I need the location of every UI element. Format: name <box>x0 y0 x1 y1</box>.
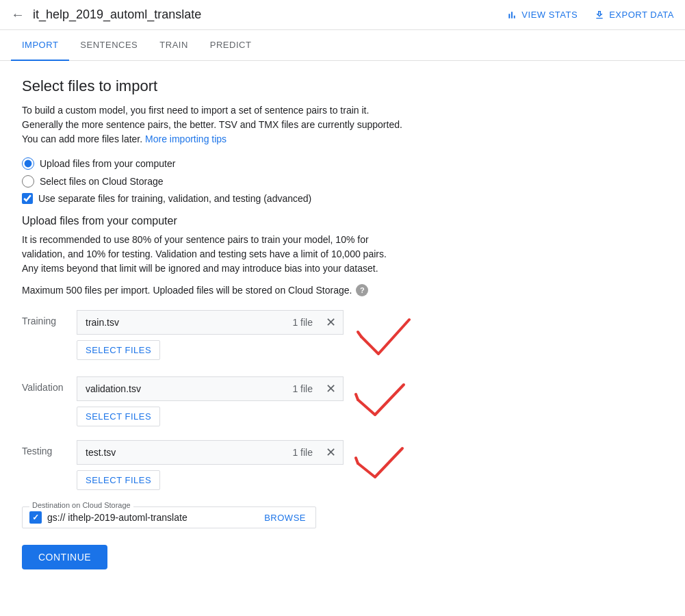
main-content: Select files to import To build a custom… <box>0 61 479 586</box>
testing-filename: test.tsv <box>77 447 287 458</box>
training-filename: train.tsv <box>77 317 287 328</box>
tabs-bar: IMPORT SENTENCES TRAIN PREDICT <box>0 30 685 61</box>
validation-checkmark-annotation <box>354 379 409 420</box>
separate-files-checkbox[interactable] <box>22 193 33 204</box>
cloud-check-icon <box>29 511 42 524</box>
svg-line-0 <box>358 332 361 337</box>
separate-files-option[interactable]: Use separate files for training, validat… <box>22 193 457 204</box>
validation-clear-button[interactable]: ✕ <box>318 376 343 401</box>
testing-checkmark-annotation <box>354 443 409 484</box>
validation-file-input: validation.tsv 1 file ✕ <box>77 376 344 401</box>
page-title: Select files to import <box>22 77 457 95</box>
more-importing-tips-link[interactable]: More importing tips <box>145 133 227 144</box>
cloud-dest-inner: gs:// ithelp-2019-automl-translate BROWS… <box>23 507 315 528</box>
training-checkmark-annotation <box>354 313 416 361</box>
training-select-files-button[interactable]: SELECT FILES <box>77 340 160 360</box>
top-bar: ← it_help_2019_automl_translate VIEW STA… <box>0 0 685 30</box>
cloud-path: gs:// ithelp-2019-automl-translate <box>47 512 256 523</box>
continue-button[interactable]: CONTINUE <box>22 545 107 569</box>
export-data-button[interactable]: EXPORT DATA <box>594 10 674 21</box>
testing-file-group: test.tsv 1 file ✕ SELECT FILES <box>77 440 344 490</box>
cloud-storage-radio[interactable] <box>22 175 34 188</box>
training-file-input: train.tsv 1 file ✕ <box>77 310 344 335</box>
training-annotation <box>354 313 416 363</box>
training-clear-button[interactable]: ✕ <box>318 310 343 335</box>
validation-select-files-button[interactable]: SELECT FILES <box>77 407 160 426</box>
validation-label: Validation <box>22 382 63 393</box>
help-icon[interactable]: ? <box>356 284 368 296</box>
cloud-dest-label: Destination on Cloud Storage <box>29 501 133 509</box>
max-note: Maximum 500 files per import. Uploaded f… <box>22 284 457 296</box>
svg-line-1 <box>356 394 358 400</box>
tab-sentences[interactable]: SENTENCES <box>69 30 148 61</box>
stats-icon <box>506 10 517 21</box>
validation-file-group: validation.tsv 1 file ✕ SELECT FILES <box>77 376 344 426</box>
browse-button[interactable]: BROWSE <box>261 513 309 523</box>
top-actions: VIEW STATS EXPORT DATA <box>506 10 674 21</box>
testing-select-files-button[interactable]: SELECT FILES <box>77 470 160 490</box>
svg-line-2 <box>356 458 358 463</box>
validation-annotation <box>354 379 409 422</box>
testing-label: Testing <box>22 446 52 457</box>
tab-import[interactable]: IMPORT <box>11 30 69 61</box>
page-description: To build a custom model, you first need … <box>22 103 457 146</box>
upload-computer-radio[interactable] <box>22 157 34 170</box>
testing-annotation <box>354 443 409 486</box>
training-file-group: train.tsv 1 file ✕ SELECT FILES <box>77 310 344 360</box>
upload-computer-option[interactable]: Upload files from your computer <box>22 157 457 170</box>
validation-filename: validation.tsv <box>77 383 287 394</box>
view-stats-button[interactable]: VIEW STATS <box>506 10 578 21</box>
training-label: Training <box>22 316 56 326</box>
training-group: Training train.tsv 1 file ✕ SELECT FILES <box>22 310 457 363</box>
testing-clear-button[interactable]: ✕ <box>318 440 343 465</box>
testing-file-count: 1 file <box>287 447 318 458</box>
tab-predict[interactable]: PREDICT <box>199 30 263 61</box>
validation-file-count: 1 file <box>287 383 318 394</box>
back-button[interactable]: ← <box>11 7 25 23</box>
upload-section-title: Upload files from your computer <box>22 215 457 227</box>
export-icon <box>594 10 605 21</box>
source-options: Upload files from your computer Select f… <box>22 157 457 204</box>
training-file-count: 1 file <box>287 317 318 328</box>
testing-file-input: test.tsv 1 file ✕ <box>77 440 344 465</box>
cloud-destination: Destination on Cloud Storage gs:// ithel… <box>22 506 316 528</box>
cloud-storage-option[interactable]: Select files on Cloud Storage <box>22 175 457 188</box>
testing-group: Testing test.tsv 1 file ✕ SELECT FILES <box>22 440 457 490</box>
upload-section-desc: It is recommended to use 80% of your sen… <box>22 233 457 276</box>
tab-train[interactable]: TRAIN <box>148 30 199 61</box>
project-title: it_help_2019_automl_translate <box>33 8 506 22</box>
validation-group: Validation validation.tsv 1 file ✕ SELEC… <box>22 376 457 426</box>
